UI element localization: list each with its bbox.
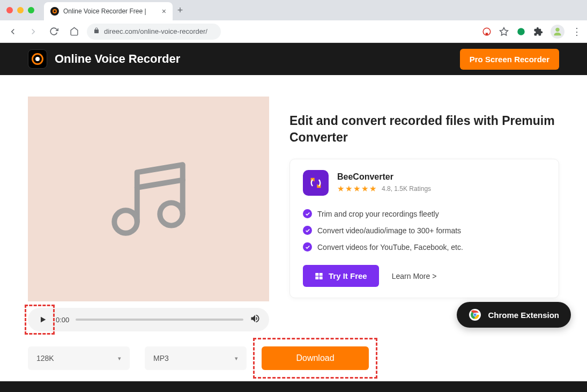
product-name: BeeConverter bbox=[337, 172, 431, 182]
extension-icon-1[interactable] bbox=[482, 27, 492, 36]
rating-text: 4.8, 1.5K Ratings bbox=[382, 185, 431, 193]
bitrate-value: 128K bbox=[36, 354, 54, 363]
svg-point-6 bbox=[160, 203, 183, 225]
try-free-button[interactable]: Try It Free bbox=[303, 265, 379, 287]
reload-button[interactable] bbox=[46, 24, 61, 39]
svg-rect-11 bbox=[315, 276, 318, 279]
url-text: direec.com/online-voice-recorder/ bbox=[104, 27, 207, 35]
star-icon: ★ bbox=[345, 184, 352, 194]
bookmark-star-icon[interactable] bbox=[499, 27, 509, 36]
page-content: 0:00 128K ▾ MP3 ▾ Download bbox=[0, 75, 587, 381]
extension-icon-2[interactable] bbox=[516, 27, 526, 36]
svg-rect-12 bbox=[319, 276, 323, 279]
svg-point-3 bbox=[517, 28, 525, 35]
forward-button[interactable] bbox=[26, 24, 41, 39]
svg-rect-1 bbox=[486, 33, 488, 35]
beeconverter-icon bbox=[303, 170, 329, 196]
footer-strip bbox=[0, 381, 587, 392]
chevron-down-icon: ▾ bbox=[235, 355, 238, 362]
chrome-logo-icon bbox=[469, 308, 481, 321]
bitrate-select[interactable]: 128K ▾ bbox=[28, 346, 130, 370]
progress-bar[interactable] bbox=[76, 319, 243, 321]
logo-text: Online Voice Recorder bbox=[55, 52, 180, 66]
site-header: Online Voice Recorder Pro Screen Recorde… bbox=[0, 43, 587, 75]
extensions-puzzle-icon[interactable] bbox=[533, 27, 543, 36]
feature-list: Trim and crop your recordings fleetly Co… bbox=[303, 205, 546, 255]
svg-point-5 bbox=[114, 210, 137, 233]
logo[interactable]: Online Voice Recorder bbox=[28, 49, 180, 69]
promo-column: Edit and convert recorded files with Pre… bbox=[289, 97, 559, 370]
address-bar[interactable]: direec.com/online-voice-recorder/ bbox=[87, 24, 221, 40]
check-icon bbox=[303, 242, 312, 252]
promo-heading: Edit and convert recorded files with Pre… bbox=[289, 113, 559, 146]
play-time: 0:00 bbox=[56, 316, 69, 324]
feature-text: Convert video/audio/image to 300+ format… bbox=[317, 226, 461, 235]
pro-recorder-button[interactable]: Pro Screen Recorder bbox=[460, 49, 559, 70]
browser-chrome: Online Voice Recorder Free | × + direec.… bbox=[0, 0, 587, 43]
window-controls bbox=[6, 7, 34, 13]
volume-icon[interactable] bbox=[250, 313, 261, 326]
export-controls: 128K ▾ MP3 ▾ Download bbox=[28, 346, 269, 370]
svg-marker-8 bbox=[41, 317, 46, 323]
try-free-label: Try It Free bbox=[329, 271, 367, 280]
logo-icon bbox=[28, 49, 47, 69]
tab-favicon-icon bbox=[50, 7, 59, 16]
chrome-extension-button[interactable]: Chrome Extension bbox=[457, 302, 571, 328]
music-note-icon bbox=[103, 153, 194, 245]
preview-column: 0:00 128K ▾ MP3 ▾ Download bbox=[28, 97, 269, 370]
star-rating: ★ ★ ★ ★ ★ bbox=[337, 184, 376, 194]
tab-close-icon[interactable]: × bbox=[162, 7, 166, 16]
minimize-window-button[interactable] bbox=[17, 7, 24, 13]
back-button[interactable] bbox=[5, 24, 20, 39]
profile-avatar[interactable] bbox=[551, 25, 564, 39]
star-icon: ★ bbox=[353, 184, 360, 194]
new-tab-button[interactable]: + bbox=[173, 5, 188, 16]
tab-title: Online Voice Recorder Free | bbox=[63, 8, 158, 15]
close-window-button[interactable] bbox=[6, 7, 13, 13]
format-value: MP3 bbox=[153, 354, 169, 363]
download-button[interactable]: Download bbox=[262, 346, 369, 370]
chevron-down-icon: ▾ bbox=[118, 355, 121, 362]
browser-toolbar: direec.com/online-voice-recorder/ ⋮ bbox=[0, 20, 587, 43]
feature-item: Convert video/audio/image to 300+ format… bbox=[303, 222, 546, 239]
lock-icon bbox=[93, 27, 100, 35]
star-icon: ★ bbox=[369, 184, 376, 194]
svg-point-15 bbox=[474, 313, 477, 316]
learn-more-link[interactable]: Learn More > bbox=[392, 272, 437, 280]
check-icon bbox=[303, 226, 312, 235]
svg-line-7 bbox=[137, 180, 183, 188]
play-button[interactable] bbox=[36, 313, 49, 326]
toolbar-right: ⋮ bbox=[482, 25, 582, 39]
format-select[interactable]: MP3 ▾ bbox=[145, 346, 247, 370]
star-icon: ★ bbox=[337, 184, 344, 194]
feature-text: Trim and crop your recordings fleetly bbox=[317, 210, 439, 218]
titlebar: Online Voice Recorder Free | × + bbox=[0, 0, 587, 20]
feature-item: Convert videos for YouTube, Facebook, et… bbox=[303, 239, 546, 255]
svg-rect-9 bbox=[315, 273, 318, 276]
maximize-window-button[interactable] bbox=[28, 7, 34, 13]
star-icon: ★ bbox=[361, 184, 368, 194]
check-icon bbox=[303, 209, 312, 218]
home-button[interactable] bbox=[66, 24, 81, 39]
svg-marker-2 bbox=[500, 27, 508, 35]
promo-card: BeeConverter ★ ★ ★ ★ ★ 4.8, 1.5K Ratings bbox=[289, 159, 559, 298]
feature-text: Convert videos for YouTube, Facebook, et… bbox=[317, 243, 463, 252]
browser-tab[interactable]: Online Voice Recorder Free | × bbox=[44, 2, 173, 20]
windows-icon bbox=[315, 272, 323, 280]
audio-preview-box bbox=[28, 97, 269, 301]
svg-point-4 bbox=[555, 27, 559, 31]
audio-player: 0:00 bbox=[28, 308, 269, 331]
chrome-extension-label: Chrome Extension bbox=[488, 310, 559, 320]
svg-rect-10 bbox=[319, 273, 323, 276]
browser-menu-icon[interactable]: ⋮ bbox=[572, 26, 582, 38]
feature-item: Trim and crop your recordings fleetly bbox=[303, 205, 546, 222]
